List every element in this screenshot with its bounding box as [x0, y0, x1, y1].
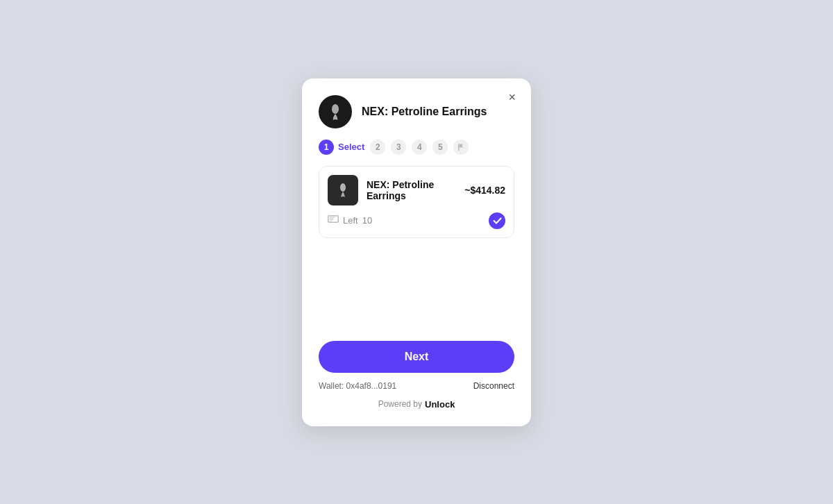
close-button[interactable]: ×: [504, 90, 520, 105]
nft-thumbnail: [328, 175, 358, 205]
powered-by-label: Powered by: [378, 399, 422, 409]
wallet-address: Wallet: 0x4af8...0191: [319, 381, 396, 391]
content-spacer: [319, 244, 514, 341]
nft-card[interactable]: NEX: Petroline Earrings ~$414.82 Left 10: [319, 166, 514, 238]
nft-left-label: Left: [343, 215, 358, 226]
disconnect-button[interactable]: Disconnect: [473, 381, 514, 391]
svg-point-2: [340, 183, 346, 192]
nft-card-bottom: Left 10: [328, 212, 505, 229]
modal-header: NEX: Petroline Earrings: [319, 95, 514, 128]
step-1-active: 1 Select: [319, 140, 364, 155]
step-1-label: Select: [338, 142, 364, 152]
step-3: 3: [391, 140, 406, 155]
modal-dialog: × NEX: Petroline Earrings 1 Select 2 3 4…: [302, 78, 531, 426]
nft-left-count: 10: [362, 215, 372, 226]
avatar: [319, 95, 352, 128]
step-1-number: 1: [319, 140, 334, 155]
svg-point-0: [332, 104, 339, 114]
wallet-row: Wallet: 0x4af8...0191 Disconnect: [319, 381, 514, 391]
unlock-brand: Unlock: [425, 399, 455, 410]
step-flag-icon: [453, 140, 469, 155]
step-2: 2: [370, 140, 385, 155]
modal-title: NEX: Petroline Earrings: [362, 106, 487, 118]
powered-by: Powered by Unlock: [319, 399, 514, 410]
step-4: 4: [412, 140, 427, 155]
next-button[interactable]: Next: [319, 341, 514, 373]
nft-card-top: NEX: Petroline Earrings ~$414.82: [328, 175, 505, 205]
step-5: 5: [432, 140, 448, 155]
nft-availability: Left 10: [328, 215, 372, 226]
nft-left-icon: [328, 215, 339, 226]
nft-selected-check: [489, 212, 505, 229]
steps-row: 1 Select 2 3 4 5: [319, 140, 514, 155]
svg-rect-1: [458, 144, 460, 151]
nft-name: NEX: Petroline Earrings: [367, 179, 456, 201]
nft-price: ~$414.82: [464, 185, 505, 196]
